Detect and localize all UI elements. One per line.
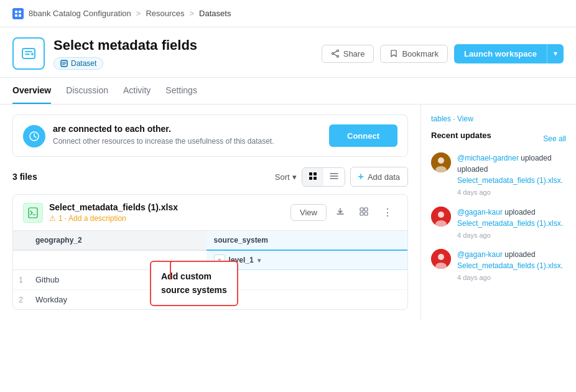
avatar-1 xyxy=(431,152,451,172)
view-link[interactable]: View xyxy=(457,114,473,123)
svg-rect-16 xyxy=(360,208,363,211)
data-table: geography_2 source_system xyxy=(13,231,407,309)
file-actions: View ⋮ xyxy=(290,203,397,222)
header-title-block: Select metadata fields Dataset xyxy=(53,37,197,70)
bookmark-button[interactable]: Bookmark xyxy=(380,45,448,63)
svg-rect-15 xyxy=(29,208,37,218)
file-name-info: Select_metadata_fields (1).xlsx ⚠ 1 · Ad… xyxy=(49,202,178,223)
update-text-2: @gagan-kaur uploaded Select_metadata_fie… xyxy=(457,207,566,241)
svg-rect-1 xyxy=(19,11,21,13)
connect-banner: are connected to each other. Connect oth… xyxy=(12,114,408,157)
connect-button[interactable]: Connect xyxy=(329,124,397,147)
tab-discussion[interactable]: Discussion xyxy=(66,78,108,104)
files-count: 3 files xyxy=(12,172,37,182)
main-layout: are connected to each other. Connect oth… xyxy=(0,105,576,320)
svg-point-5 xyxy=(31,53,34,55)
cell-row2-col2 xyxy=(207,290,407,310)
warning-text: 1 · Add a description xyxy=(58,214,126,223)
file-name: Select_metadata_fields (1).xlsx xyxy=(49,202,178,212)
download-file-button[interactable] xyxy=(330,203,350,222)
update-file-2[interactable]: Select_metadata_fields (1).xlsx. xyxy=(457,219,563,228)
tables-text: tables xyxy=(431,114,451,123)
see-all-link[interactable]: See all xyxy=(543,134,566,143)
nav-home-link[interactable]: 8bank Catalog Configuration xyxy=(29,9,131,18)
tab-settings[interactable]: Settings xyxy=(165,78,197,104)
badge-label: Dataset xyxy=(71,59,96,68)
files-actions: Sort ▾ + Add data xyxy=(275,167,408,187)
update-action-text-2: uploaded xyxy=(504,208,535,217)
table-row: 1 Github xyxy=(13,270,407,290)
update-time-3: 4 days ago xyxy=(457,273,566,283)
share-button[interactable]: Share xyxy=(322,45,374,63)
svg-rect-11 xyxy=(309,172,312,175)
svg-rect-14 xyxy=(314,177,317,180)
grid-view-button[interactable] xyxy=(302,168,323,186)
grid-file-button[interactable] xyxy=(354,203,374,222)
sort-button[interactable]: Sort ▾ xyxy=(275,172,297,182)
row-num-1: 1 xyxy=(13,270,28,290)
add-data-label: Add data xyxy=(368,172,400,182)
col-type-icon: ≡ xyxy=(214,254,225,266)
cell-row2-col1: Workday xyxy=(28,290,207,310)
col-sort-control: ≡ level_1 ▾ xyxy=(214,254,400,266)
update-action-text-3: uploaded xyxy=(504,250,535,259)
more-file-button[interactable]: ⋮ xyxy=(378,203,397,222)
nav-sep-2: > xyxy=(190,9,195,18)
file-name-block: Select_metadata_fields (1).xlsx ⚠ 1 · Ad… xyxy=(23,202,178,223)
tabs: Overview Discussion Activity Settings xyxy=(0,78,576,105)
bookmark-label: Bookmark xyxy=(402,49,439,58)
cell-row1-col1: Github xyxy=(28,270,207,290)
view-file-button[interactable]: View xyxy=(290,204,327,221)
cell-row1-col2 xyxy=(207,270,407,290)
svg-point-8 xyxy=(337,55,338,57)
connect-desc: Connect other resources to increase the … xyxy=(53,136,322,147)
list-view-button[interactable] xyxy=(323,168,345,186)
header-left: Select metadata fields Dataset xyxy=(12,37,197,70)
update-action-text-1: uploaded xyxy=(457,165,488,174)
recent-header: Recent updates See all xyxy=(431,131,566,146)
sort-label: Sort xyxy=(275,172,290,182)
update-file-3[interactable]: Select_metadata_fields (1).xlsx. xyxy=(457,261,563,270)
update-user-3[interactable]: @gagan-kaur xyxy=(457,250,503,259)
logo-icon xyxy=(12,8,24,19)
col-geography-header: geography_2 xyxy=(28,231,207,250)
col-geography-label: geography_2 xyxy=(35,236,82,245)
warning-icon: ⚠ xyxy=(49,214,56,223)
svg-rect-3 xyxy=(19,14,21,17)
excel-file-icon xyxy=(23,203,43,223)
update-text-3: @gagan-kaur uploaded Select_metadata_fie… xyxy=(457,249,566,283)
row-num-2: 2 xyxy=(13,290,28,310)
svg-point-7 xyxy=(337,50,338,52)
file-header: Select_metadata_fields (1).xlsx ⚠ 1 · Ad… xyxy=(13,195,407,231)
tab-activity[interactable]: Activity xyxy=(123,78,151,104)
file-warning: ⚠ 1 · Add a description xyxy=(49,214,178,223)
update-file-1[interactable]: Select_metadata_fields (1).xlsx. xyxy=(457,176,563,185)
col-geography-indicator: geography_2 xyxy=(35,236,199,245)
update-user-2[interactable]: @gagan-kaur xyxy=(457,208,503,217)
col-sort-label: level_1 xyxy=(229,256,254,264)
svg-rect-2 xyxy=(15,14,17,17)
tab-overview[interactable]: Overview xyxy=(12,78,51,104)
top-nav: 8bank Catalog Configuration > Resources … xyxy=(0,0,576,27)
launch-button[interactable]: Launch workspace xyxy=(454,44,547,63)
view-toggle xyxy=(302,167,345,187)
launch-caret-button[interactable]: ▾ xyxy=(547,44,564,63)
tables-line: tables · View xyxy=(431,114,566,123)
add-data-button[interactable]: + Add data xyxy=(350,167,408,187)
svg-point-27 xyxy=(438,212,444,218)
files-header: 3 files Sort ▾ + Add data xyxy=(12,167,408,187)
header-actions: Share Bookmark Launch workspace ▾ xyxy=(322,44,564,63)
update-user-1[interactable]: @michael-gardner xyxy=(457,154,519,162)
update-item-1: @michael-gardner uploaded uploaded Selec… xyxy=(431,152,566,198)
update-time-2: 4 days ago xyxy=(457,230,566,241)
update-action-1: uploaded xyxy=(521,154,551,162)
col-source-label: source_system xyxy=(214,236,268,245)
main-content: are connected to each other. Connect oth… xyxy=(0,105,420,320)
connect-icon xyxy=(23,125,45,147)
update-text-1: @michael-gardner uploaded uploaded Selec… xyxy=(457,152,566,198)
connect-title: are connected to each other. xyxy=(53,124,322,134)
nav-resources-link[interactable]: Resources xyxy=(146,9,184,18)
avatar-2 xyxy=(431,207,451,226)
page-header: Select metadata fields Dataset Share Boo… xyxy=(0,27,576,78)
file-card: Select_metadata_fields (1).xlsx ⚠ 1 · Ad… xyxy=(12,194,408,310)
